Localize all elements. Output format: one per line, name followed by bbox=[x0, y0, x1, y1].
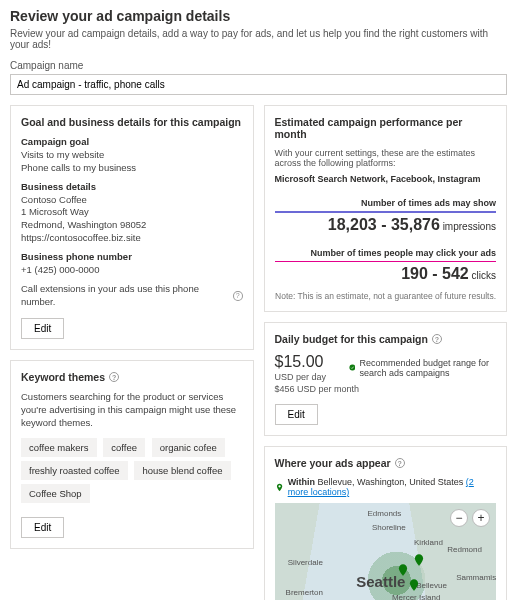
edit-budget-button[interactable]: Edit bbox=[275, 404, 318, 425]
location-prefix: Within bbox=[288, 477, 315, 487]
map-label: Sammamish bbox=[456, 573, 496, 582]
zoom-in-button[interactable]: + bbox=[472, 509, 490, 527]
map-pin-icon bbox=[407, 578, 421, 592]
keywords-desc: Customers searching for the product or s… bbox=[21, 391, 243, 429]
keyword-tags: coffee makers coffee organic cofee fresh… bbox=[21, 438, 243, 507]
estimate-intro: With your current settings, these are th… bbox=[275, 148, 497, 168]
keywords-title: Keyword themes bbox=[21, 371, 105, 383]
map-label: Silverdale bbox=[288, 558, 323, 567]
map-pin-icon bbox=[412, 553, 426, 567]
edit-goal-button[interactable]: Edit bbox=[21, 318, 64, 339]
campaign-name-input[interactable] bbox=[10, 74, 507, 95]
budget-price: $15.00 USD per day bbox=[275, 353, 339, 382]
location-place: Bellevue, Washington, United States bbox=[318, 477, 464, 487]
business-line: 1 Microsoft Way bbox=[21, 206, 243, 219]
map-label: Kirkland bbox=[414, 538, 443, 547]
estimate-title: Estimated campaign performance per month bbox=[275, 116, 497, 140]
clicks-bar bbox=[275, 261, 497, 263]
keyword-tag[interactable]: coffee makers bbox=[21, 438, 97, 457]
keyword-tag[interactable]: house blend coffee bbox=[134, 461, 230, 480]
map-label: Bremerton bbox=[286, 588, 323, 597]
clicks-value: 190 - 542 clicks bbox=[275, 265, 497, 283]
business-line: https://contosocoffee.biz.site bbox=[21, 232, 243, 245]
keyword-tag[interactable]: coffee bbox=[103, 438, 145, 457]
map-label: Shoreline bbox=[372, 523, 406, 532]
estimate-disclaimer: Note: This is an estimate, not a guarant… bbox=[275, 291, 497, 301]
pin-icon bbox=[275, 482, 284, 493]
goal-line: Phone calls to my business bbox=[21, 162, 243, 175]
goal-card-title: Goal and business details for this campa… bbox=[21, 116, 243, 128]
keyword-tag[interactable]: Coffee Shop bbox=[21, 484, 90, 503]
estimate-platforms: Microsoft Search Network, Facebook, Inst… bbox=[275, 174, 497, 184]
business-line: Contoso Coffee bbox=[21, 194, 243, 207]
map-label: Redmond bbox=[447, 545, 482, 554]
info-icon[interactable]: ? bbox=[233, 291, 243, 301]
impressions-value: 18,203 - 35,876 impressions bbox=[275, 216, 497, 234]
keywords-card: Keyword themes ? Customers searching for… bbox=[10, 360, 254, 548]
budget-title: Daily budget for this campaign bbox=[275, 333, 428, 345]
budget-recommendation: Recommended budget range for search ads … bbox=[349, 358, 496, 378]
keyword-tag[interactable]: freshly roasted coffee bbox=[21, 461, 128, 480]
campaign-name-label: Campaign name bbox=[10, 60, 507, 71]
zoom-out-button[interactable]: − bbox=[450, 509, 468, 527]
info-icon[interactable]: ? bbox=[109, 372, 119, 382]
edit-keywords-button[interactable]: Edit bbox=[21, 517, 64, 538]
check-circle-icon bbox=[349, 362, 356, 373]
info-icon[interactable]: ? bbox=[432, 334, 442, 344]
budget-card: Daily budget for this campaign ? $15.00 … bbox=[264, 322, 508, 436]
phone-label: Business phone number bbox=[21, 251, 243, 262]
goal-card: Goal and business details for this campa… bbox=[10, 105, 254, 350]
keyword-tag[interactable]: organic cofee bbox=[152, 438, 225, 457]
location-card: Where your ads appear ? Within Bellevue,… bbox=[264, 446, 508, 600]
map-label: Edmonds bbox=[368, 509, 402, 518]
map[interactable]: Seattle Edmonds Shoreline Kirkland Redmo… bbox=[275, 503, 497, 600]
page-title: Review your ad campaign details bbox=[10, 8, 507, 24]
phone-note: Call extensions in your ads use this pho… bbox=[21, 283, 229, 309]
business-details-label: Business details bbox=[21, 181, 243, 192]
impressions-label: Number of times ads may show bbox=[275, 198, 497, 208]
page-subtitle: Review your ad campaign details, add a w… bbox=[10, 28, 507, 50]
info-icon[interactable]: ? bbox=[395, 458, 405, 468]
goal-line: Visits to my website bbox=[21, 149, 243, 162]
estimate-card: Estimated campaign performance per month… bbox=[264, 105, 508, 312]
budget-per-month: $456 USD per month bbox=[275, 384, 497, 394]
business-line: Redmond, Washington 98052 bbox=[21, 219, 243, 232]
svg-point-0 bbox=[349, 365, 355, 371]
goal-label: Campaign goal bbox=[21, 136, 243, 147]
map-pin-icon bbox=[396, 563, 410, 577]
impressions-bar bbox=[275, 211, 497, 213]
location-title: Where your ads appear bbox=[275, 457, 391, 469]
map-label: Mercer Island bbox=[392, 593, 440, 600]
phone-value: +1 (425) 000-0000 bbox=[21, 264, 243, 277]
clicks-label: Number of times people may click your ad… bbox=[275, 248, 497, 258]
